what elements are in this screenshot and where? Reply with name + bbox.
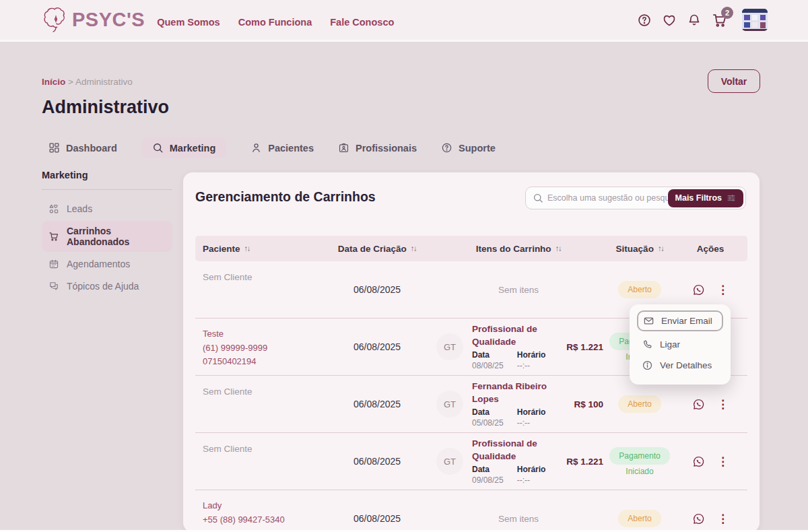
menu-item-enviar-email[interactable]: Enviar Email xyxy=(637,310,723,331)
kebab-menu-button[interactable]: ⋮ xyxy=(717,456,729,467)
client-line: Sem Cliente xyxy=(203,385,321,399)
nav-como-funciona[interactable]: Como Funciona xyxy=(238,17,312,28)
kebab-menu-button[interactable]: ⋮ xyxy=(717,513,729,525)
helpq-icon xyxy=(441,142,452,154)
created-date-cell: 06/08/2025 xyxy=(323,376,431,432)
table-row: Sem Cliente06/08/2025GTProfissional de Q… xyxy=(195,432,747,490)
status-cell: PagamentoIniciado xyxy=(606,433,673,490)
no-items-label: Sem itens xyxy=(431,514,606,524)
actions-cell: ⋮ xyxy=(673,490,747,532)
tab-label: Dashboard xyxy=(66,143,117,154)
tab-pacientes[interactable]: Pacientes xyxy=(250,137,314,158)
sort-icon[interactable]: ↑↓ xyxy=(411,244,417,253)
whatsapp-icon[interactable] xyxy=(692,512,705,525)
date-value: 09/08/25 xyxy=(472,475,504,485)
menu-item-label: Ver Detalhes xyxy=(660,360,712,370)
sidebar-item-carrinhos-abandonados[interactable]: Carrinhos Abandonados xyxy=(42,221,172,252)
help-icon[interactable] xyxy=(637,13,652,28)
magnifier-icon xyxy=(152,142,164,154)
grid-icon xyxy=(48,142,60,154)
menu-item-ligar[interactable]: Ligar xyxy=(637,334,723,355)
item-title: Profissional de Qualidade xyxy=(472,438,562,462)
item-meta: Data09/08/25Horário--:-- xyxy=(472,465,562,485)
brand-logo[interactable]: PSYC'S xyxy=(40,5,145,36)
time-label: Horário xyxy=(517,407,546,417)
time-value: --:-- xyxy=(517,475,546,485)
nav-fale-conosco[interactable]: Fale Conosco xyxy=(330,17,394,28)
column-header-itens-do-carrinho[interactable]: Itens do Carrinho↑↓ xyxy=(431,244,606,254)
user-avatar[interactable] xyxy=(742,9,768,31)
kebab-menu-button[interactable]: ⋮ xyxy=(717,284,729,296)
sidebar-item-topicos-de-ajuda[interactable]: Tópicos de Ajuda xyxy=(42,276,172,296)
menu-item-ver-detalhes[interactable]: Ver Detalhes xyxy=(637,355,723,376)
client-cell: Lady+55 (88) 99427-5340ladoy99318@foboxs… xyxy=(195,490,323,532)
back-button[interactable]: Voltar xyxy=(708,69,760,93)
tab-suporte[interactable]: Suporte xyxy=(441,137,496,158)
sort-icon[interactable]: ↑↓ xyxy=(556,244,562,253)
date-label: Data xyxy=(472,407,504,417)
status-badge: Aberto xyxy=(618,510,661,527)
sidebar-item-leads[interactable]: Leads xyxy=(42,199,172,219)
table-header: Paciente↑↓Data de Criação↑↓Itens do Carr… xyxy=(195,236,747,261)
cart-button[interactable]: 2 xyxy=(712,12,728,28)
sidebar-item-label: Agendamentos xyxy=(67,259,130,269)
bell-icon[interactable] xyxy=(687,13,702,28)
item-meta: Data08/08/25Horário--:-- xyxy=(472,350,562,370)
item-price: R$ 1.221 xyxy=(566,457,606,467)
created-date-cell: 06/08/2025 xyxy=(323,490,431,532)
column-header-data-de-criacao[interactable]: Data de Criação↑↓ xyxy=(323,244,431,254)
sidebar-title: Marketing xyxy=(42,170,172,190)
breadcrumb-current: Administrativo xyxy=(75,77,133,87)
column-header-paciente[interactable]: Paciente↑↓ xyxy=(195,244,323,254)
menu-item-label: Enviar Email xyxy=(661,316,712,326)
tab-label: Profissionais xyxy=(356,143,417,154)
tab-profissionais[interactable]: Profissionais xyxy=(338,137,417,158)
sidebar: Marketing LeadsCarrinhos AbandonadosAgen… xyxy=(42,170,172,298)
sidebar-item-agendamentos[interactable]: Agendamentos xyxy=(42,254,172,274)
column-label: Ações xyxy=(697,244,725,254)
tab-marketing[interactable]: Marketing xyxy=(141,137,227,158)
top-navigation: Quem SomosComo FuncionaFale Conosco xyxy=(157,12,394,28)
whatsapp-icon[interactable] xyxy=(692,455,705,468)
item-date: Data09/08/25 xyxy=(472,465,504,485)
item-avatar: GT xyxy=(436,448,463,475)
table-row: Lady+55 (88) 99427-5340ladoy99318@foboxs… xyxy=(195,490,747,532)
client-line: Sem Cliente xyxy=(203,270,321,284)
client-cell: Sem Cliente xyxy=(195,433,323,490)
date-value: 08/08/25 xyxy=(472,361,504,370)
column-label: Paciente xyxy=(203,244,240,254)
date-label: Data xyxy=(472,350,504,360)
item-meta: Data05/08/25Horário--:-- xyxy=(472,407,562,428)
no-items-label: Sem itens xyxy=(431,285,606,295)
status-badge: Pagamento xyxy=(609,447,669,465)
person-icon xyxy=(250,142,262,154)
item-time: Horário--:-- xyxy=(517,350,546,370)
cart-items-cell: GTProfissional de QualidadeData09/08/25H… xyxy=(431,433,606,490)
whatsapp-icon[interactable] xyxy=(692,284,705,296)
breadcrumb-home[interactable]: Início xyxy=(42,77,65,87)
sort-icon[interactable]: ↑↓ xyxy=(658,244,664,253)
client-line: Lady xyxy=(203,499,321,513)
tab-label: Pacientes xyxy=(268,143,314,154)
whatsapp-icon[interactable] xyxy=(692,398,705,411)
chat-icon xyxy=(48,281,59,292)
client-cell: Sem Cliente xyxy=(195,261,323,318)
status-badge: Aberto xyxy=(618,395,661,413)
sliders-icon xyxy=(727,193,736,203)
item-info: Profissional de QualidadeData09/08/25Hor… xyxy=(472,438,562,484)
item-title: Fernanda Ribeiro Lopes xyxy=(472,380,562,405)
tab-dashboard[interactable]: Dashboard xyxy=(48,137,117,158)
kebab-menu-button[interactable]: ⋮ xyxy=(717,399,729,410)
item-time: Horário--:-- xyxy=(517,465,546,485)
item-date: Data05/08/25 xyxy=(472,407,504,428)
column-header-situacao[interactable]: Situação↑↓ xyxy=(606,244,673,254)
row-context-menu: Enviar EmailLigarVer Detalhes xyxy=(630,304,731,385)
client-line: Teste xyxy=(203,327,321,341)
item-price: R$ 1.221 xyxy=(566,342,606,352)
heart-icon[interactable] xyxy=(662,13,677,28)
nav-quem-somos[interactable]: Quem Somos xyxy=(157,17,220,28)
more-filters-button[interactable]: Mais Filtros xyxy=(668,189,743,207)
created-date-cell: 06/08/2025 xyxy=(323,433,431,490)
cart-icon xyxy=(48,231,59,242)
sort-icon[interactable]: ↑↓ xyxy=(244,244,250,253)
